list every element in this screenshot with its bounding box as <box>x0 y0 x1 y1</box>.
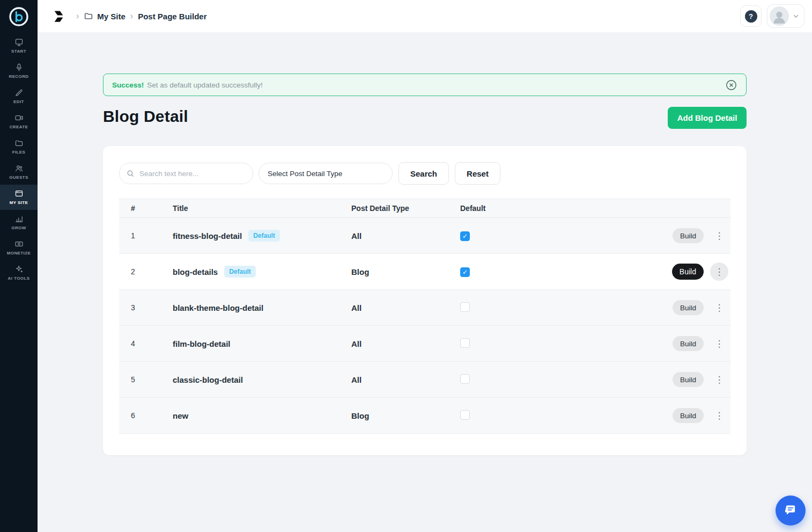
breadcrumb-site-label: My Site <box>97 12 126 21</box>
breadcrumb-site[interactable]: My Site <box>84 11 126 21</box>
build-button[interactable]: Build <box>673 300 704 315</box>
row-title[interactable]: new <box>173 411 188 420</box>
topbar: › My Site › Post Page Builder ? <box>38 0 812 32</box>
sidebar-item-label: RECORD <box>9 74 28 79</box>
breadcrumb-page: Post Page Builder <box>138 12 206 21</box>
header-default: Default <box>460 204 665 213</box>
guests-icon <box>14 164 24 173</box>
row-menu-button[interactable]: ⋮ <box>710 227 728 245</box>
sidebar-item-label: GUESTS <box>9 175 28 180</box>
row-number: 2 <box>119 267 173 276</box>
sidebar-item-record[interactable]: RECORD <box>0 59 38 84</box>
table-row: 2blog-detailsDefaultBlogBuild⋮ <box>119 254 730 290</box>
create-icon <box>14 113 24 122</box>
row-post-detail-type: All <box>351 375 460 384</box>
sidebar: STARTRECORDEDITCREATEFILESGUESTSMY SITEG… <box>0 0 38 532</box>
row-menu-button[interactable]: ⋮ <box>710 406 728 425</box>
grow-icon <box>14 214 24 223</box>
search-button[interactable]: Search <box>398 162 449 185</box>
blog-detail-table: # Title Post Detail Type Default 1fitnes… <box>119 199 730 434</box>
add-blog-detail-button[interactable]: Add Blog Detail <box>668 107 747 129</box>
row-number: 3 <box>119 303 173 312</box>
start-icon <box>14 38 24 47</box>
main-content: Success! Set as default updated successf… <box>38 32 812 532</box>
chevron-down-icon <box>792 12 800 20</box>
row-title[interactable]: fitness-blog-detail <box>173 231 242 241</box>
build-button[interactable]: Build <box>672 264 704 280</box>
search-input[interactable] <box>119 163 253 184</box>
sidebar-item-edit[interactable]: EDIT <box>0 84 38 109</box>
my-site-icon <box>14 189 24 198</box>
avatar <box>770 6 789 26</box>
default-checkbox[interactable] <box>460 374 470 384</box>
files-icon <box>14 139 24 148</box>
help-icon: ? <box>745 10 757 23</box>
row-menu-button[interactable]: ⋮ <box>710 263 728 281</box>
filters-bar: Select Post Detail Type Search Reset <box>119 162 730 185</box>
default-checkbox[interactable] <box>460 302 470 312</box>
header-post-detail-type: Post Detail Type <box>351 204 460 213</box>
close-icon[interactable] <box>725 79 737 91</box>
default-checkbox[interactable] <box>460 267 470 277</box>
table-row: 4film-blog-detailAllBuild⋮ <box>119 326 730 362</box>
build-button[interactable]: Build <box>673 408 704 423</box>
row-menu-button[interactable]: ⋮ <box>710 334 728 353</box>
sidebar-item-monetize[interactable]: MONETIZE <box>0 235 38 260</box>
app-logo-icon <box>8 6 29 27</box>
blog-detail-card: Select Post Detail Type Search Reset # T… <box>103 146 747 455</box>
row-number: 4 <box>119 339 173 348</box>
default-checkbox[interactable] <box>460 231 470 241</box>
row-post-detail-type: Blog <box>351 267 460 276</box>
sidebar-item-label: CREATE <box>10 125 28 129</box>
breadcrumb-chevron-icon: › <box>76 11 79 21</box>
default-badge: Default <box>248 230 280 242</box>
account-menu[interactable] <box>767 4 804 28</box>
row-menu-button[interactable]: ⋮ <box>710 370 728 389</box>
sidebar-item-my-site[interactable]: MY SITE <box>0 185 38 210</box>
sidebar-item-label: START <box>11 49 26 54</box>
chat-icon <box>784 504 798 518</box>
sidebar-item-files[interactable]: FILES <box>0 134 38 159</box>
breadcrumb-page-label: Post Page Builder <box>138 12 206 21</box>
build-button[interactable]: Build <box>673 228 704 243</box>
row-number: 5 <box>119 375 173 384</box>
help-button[interactable]: ? <box>740 5 762 27</box>
sidebar-item-label: MONETIZE <box>7 251 31 256</box>
row-post-detail-type: All <box>351 339 460 348</box>
sidebar-item-label: FILES <box>12 150 26 155</box>
app-logo[interactable] <box>0 0 38 33</box>
chat-button[interactable] <box>776 495 806 526</box>
default-checkbox[interactable] <box>460 410 470 420</box>
success-alert: Success! Set as default updated successf… <box>103 74 747 96</box>
row-title[interactable]: classic-blog-detail <box>173 375 243 384</box>
sidebar-item-label: MY SITE <box>10 200 28 205</box>
default-checkbox[interactable] <box>460 338 470 348</box>
search-icon <box>126 169 135 178</box>
sidebar-item-start[interactable]: START <box>0 33 38 59</box>
row-title[interactable]: blank-theme-blog-detail <box>173 303 263 312</box>
build-button[interactable]: Build <box>673 336 704 351</box>
table-header: # Title Post Detail Type Default <box>119 199 730 218</box>
record-icon <box>14 63 24 72</box>
row-menu-button[interactable]: ⋮ <box>710 298 728 317</box>
row-title[interactable]: blog-details <box>173 267 218 276</box>
build-button[interactable]: Build <box>673 372 704 387</box>
row-post-detail-type: Blog <box>351 411 460 420</box>
edit-icon <box>14 88 24 97</box>
row-title[interactable]: film-blog-detail <box>173 339 231 348</box>
sidebar-item-create[interactable]: CREATE <box>0 109 38 134</box>
brand-logo-icon[interactable] <box>51 9 66 24</box>
row-post-detail-type: All <box>351 231 460 241</box>
post-detail-type-select[interactable]: Select Post Detail Type <box>259 163 393 184</box>
table-body: 1fitness-blog-detailDefaultAllBuild⋮2blo… <box>119 218 730 434</box>
row-number: 1 <box>119 231 173 240</box>
sidebar-item-guests[interactable]: GUESTS <box>0 159 38 185</box>
header-title: Title <box>173 204 351 213</box>
row-post-detail-type: All <box>351 303 460 312</box>
header-number: # <box>119 204 173 213</box>
sidebar-nav: STARTRECORDEDITCREATEFILESGUESTSMY SITEG… <box>0 33 38 286</box>
reset-button[interactable]: Reset <box>455 162 500 185</box>
sidebar-item-ai-tools[interactable]: AI TOOLS <box>0 260 38 286</box>
sidebar-item-grow[interactable]: GROW <box>0 210 38 235</box>
table-row: 3blank-theme-blog-detailAllBuild⋮ <box>119 290 730 326</box>
